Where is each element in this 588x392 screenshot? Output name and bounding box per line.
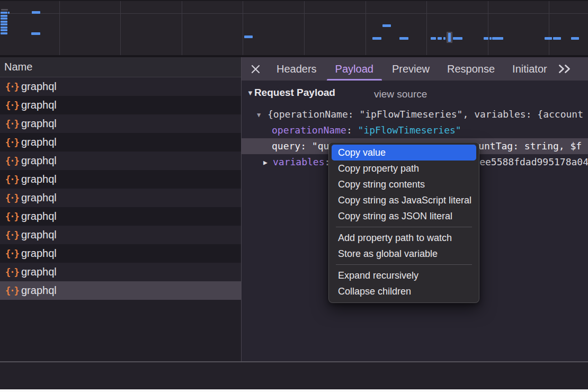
menu-item-expand-recursively[interactable]: Expand recursively [329, 268, 479, 283]
overview-gridline [243, 1, 243, 56]
request-row-graphql[interactable]: {·}graphql [0, 152, 241, 170]
request-name-label: graphql [21, 266, 57, 278]
request-timing-bar [8, 12, 10, 14]
request-row-graphql[interactable]: {·}graphql [0, 281, 241, 300]
payload-root-row[interactable]: ▼{operationName: "ipFlowTimeseries", var… [242, 106, 588, 122]
json-braces-icon: {·} [5, 267, 21, 278]
request-timing-bar [492, 37, 503, 40]
network-overview-timeline[interactable] [0, 0, 588, 55]
request-timing-bar [31, 32, 40, 35]
menu-item-copy-string-contents[interactable]: Copy string contents [329, 176, 479, 192]
request-timing-bar [1, 23, 7, 25]
name-column-header: Name [0, 61, 32, 73]
tab-initiator[interactable]: Initiator [512, 57, 547, 81]
request-timing-bar [32, 11, 40, 14]
menu-item-copy-string-as-json-literal[interactable]: Copy string as JSON literal [329, 208, 479, 224]
json-braces-icon: {·} [5, 286, 21, 296]
request-timing-bar [382, 24, 391, 27]
tabs: HeadersPayloadPreviewResponseInitiator [261, 57, 547, 81]
request-row-graphql[interactable]: {·}graphql [0, 114, 241, 133]
request-timing-bar [453, 37, 462, 40]
request-timing-bar [571, 37, 579, 40]
json-braces-icon: {·} [5, 248, 21, 259]
request-name-label: graphql [21, 155, 57, 167]
request-row-graphql[interactable]: {·}graphql [0, 77, 241, 96]
request-row-graphql[interactable]: {·}graphql [0, 207, 241, 226]
devtools-dark-area: Name {·}graphql{·}graphql{·}graphql{·}gr… [0, 0, 588, 389]
menu-divider [336, 227, 472, 227]
menu-item-add-property-path-to-watch[interactable]: Add property path to watch [329, 230, 479, 246]
request-list-header[interactable]: Name [0, 57, 241, 77]
request-timing-bar [489, 37, 492, 40]
tab-payload[interactable]: Payload [335, 57, 373, 81]
menu-item-store-as-global-variable[interactable]: Store as global variable [329, 246, 479, 262]
hovered-request-bar [448, 33, 451, 42]
detail-tabbar: HeadersPayloadPreviewResponseInitiator [242, 57, 588, 81]
json-braces-icon: {·} [5, 211, 21, 222]
json-braces-icon: {·} [5, 100, 21, 111]
menu-item-collapse-children[interactable]: Collapse children [329, 283, 479, 299]
summary-footer [0, 362, 588, 389]
request-row-graphql[interactable]: {·}graphql [0, 263, 241, 281]
request-row-graphql[interactable]: {·}graphql [0, 244, 241, 263]
request-row-graphql[interactable]: {·}graphql [0, 96, 241, 114]
menu-item-copy-value[interactable]: Copy value [332, 145, 476, 161]
menu-item-copy-property-path[interactable]: Copy property path [329, 161, 479, 176]
request-timing-bar [399, 37, 408, 40]
close-icon[interactable] [251, 64, 261, 74]
menu-divider [336, 264, 472, 265]
overview-gridline [120, 1, 121, 56]
overview-gridline [549, 1, 549, 56]
request-timing-bar [484, 37, 488, 40]
json-braces-icon: {·} [5, 156, 21, 166]
request-name-label: graphql [21, 136, 57, 148]
request-timing-bar [1, 17, 7, 20]
overview-gridline [426, 1, 427, 56]
request-timing-bar [1, 26, 7, 29]
overview-gridline [366, 1, 366, 56]
overview-gridline [0, 13, 588, 14]
request-timing-bar [372, 37, 381, 40]
request-timing-bar [1, 21, 7, 23]
request-list-panel: Name {·}graphql{·}graphql{·}graphql{·}gr… [0, 57, 241, 361]
json-braces-icon: {·} [5, 174, 21, 185]
request-timing-bar [244, 35, 253, 38]
request-payload-title[interactable]: ▼Request Payload [247, 87, 335, 99]
request-name-label: graphql [21, 173, 57, 185]
request-timing-bar [431, 37, 436, 40]
more-tabs-icon[interactable] [558, 65, 572, 73]
tab-response[interactable]: Response [447, 57, 495, 81]
tab-headers[interactable]: Headers [277, 57, 317, 81]
tab-preview[interactable]: Preview [392, 57, 430, 81]
request-name-label: graphql [21, 210, 57, 222]
expand-triangle-icon: ▼ [257, 107, 261, 122]
json-braces-icon: {·} [5, 230, 21, 240]
request-name-label: graphql [21, 284, 57, 297]
request-name-label: graphql [21, 99, 57, 111]
context-menu: Copy valueCopy property pathCopy string … [328, 142, 479, 303]
request-row-graphql[interactable]: {·}graphql [0, 170, 241, 189]
request-row-graphql[interactable]: {·}graphql [0, 226, 241, 244]
request-name-label: graphql [21, 229, 57, 241]
request-timing-bar [553, 37, 561, 40]
overview-marker [1, 9, 8, 11]
json-braces-icon: {·} [5, 137, 21, 148]
property-key: variables [273, 156, 325, 167]
overview-gridline [59, 1, 60, 56]
view-source-link[interactable]: view source [374, 88, 427, 100]
request-row-graphql[interactable]: {·}graphql [0, 133, 241, 152]
request-name-label: graphql [21, 118, 57, 130]
collapse-triangle-icon: ▼ [247, 89, 254, 97]
json-braces-icon: {·} [5, 119, 21, 129]
request-timing-bar [1, 12, 7, 14]
request-row-graphql[interactable]: {·}graphql [0, 189, 241, 207]
request-timing-bar [443, 37, 446, 40]
payload-root-preview: {operationName: "ipFlowTimeseries", vari… [268, 109, 583, 120]
request-rows: {·}graphql{·}graphql{·}graphql{·}graphql… [0, 77, 241, 300]
request-timing-bar [1, 15, 7, 17]
payload-operationname-row[interactable]: operationName: "ipFlowTimeseries" [242, 122, 588, 138]
request-timing-bar [438, 37, 442, 40]
property-key: operationName [272, 124, 346, 136]
property-value-string: "ipFlowTimeseries" [358, 124, 461, 136]
menu-item-copy-string-as-javascript-literal[interactable]: Copy string as JavaScript literal [329, 192, 479, 208]
